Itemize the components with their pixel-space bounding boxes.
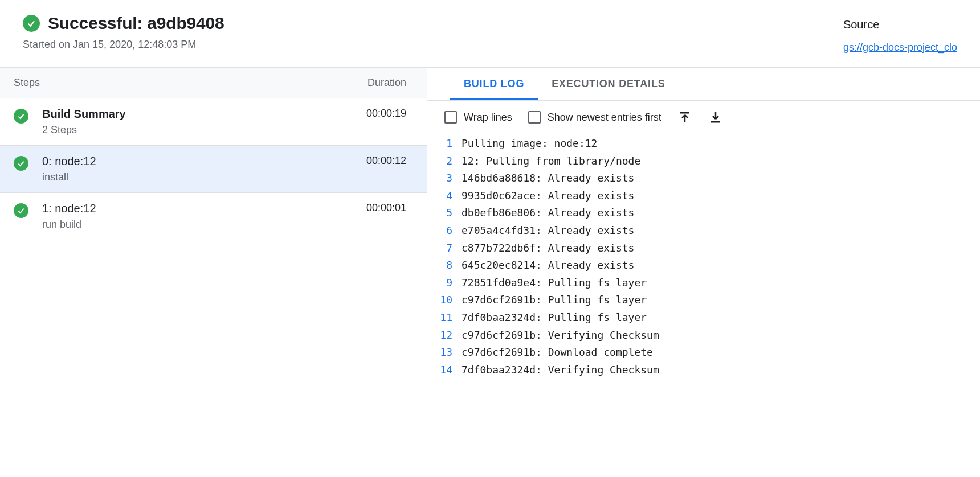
log-line-text: 72851fd0a9e4: Pulling fs layer (462, 274, 647, 292)
log-line: 12c97d6cf2691b: Verifying Checksum (439, 327, 969, 344)
log-line: 3146bd6a88618: Already exists (439, 170, 969, 187)
title-row: Successful: a9db9408 (23, 14, 224, 33)
step-row-1[interactable]: 1: node:12 run build 00:00:01 (0, 193, 427, 240)
log-line-number: 10 (439, 291, 462, 309)
log-line-text: c877b722db6f: Already exists (462, 240, 634, 257)
log-line: 49935d0c62ace: Already exists (439, 187, 969, 205)
log-line-number: 8 (439, 257, 462, 274)
wrap-lines-control[interactable]: Wrap lines (444, 111, 512, 124)
log-panel: BUILD LOG EXECUTION DETAILS Wrap lines S… (427, 68, 980, 384)
log-line: 10c97d6cf2691b: Pulling fs layer (439, 291, 969, 309)
step-duration: 00:00:12 (366, 155, 406, 167)
success-icon (14, 203, 28, 218)
log-line-text: Pulling image: node:12 (462, 135, 597, 153)
summary-duration: 00:00:19 (366, 108, 406, 120)
step-title: 0: node:12 (42, 155, 355, 168)
success-icon (14, 109, 28, 124)
log-line-text: 7df0baa2324d: Pulling fs layer (462, 309, 647, 327)
log-line-text: c97d6cf2691b: Pulling fs layer (462, 291, 647, 309)
log-line-text: db0efb86e806: Already exists (462, 204, 634, 222)
wrap-lines-label: Wrap lines (464, 112, 512, 124)
step-title: 1: node:12 (42, 202, 355, 215)
header-left: Successful: a9db9408 Started on Jan 15, … (23, 14, 224, 51)
build-summary-row[interactable]: Build Summary 2 Steps 00:00:19 (0, 98, 427, 146)
log-line: 117df0baa2324d: Pulling fs layer (439, 309, 969, 327)
log-line: 13c97d6cf2691b: Download complete (439, 344, 969, 361)
duration-col-label: Duration (368, 77, 406, 89)
summary-sub: 2 Steps (42, 124, 355, 136)
wrap-lines-checkbox[interactable] (444, 111, 457, 124)
log-line-number: 14 (439, 361, 462, 379)
log-output[interactable]: 1Pulling image: node:12212: Pulling from… (427, 134, 980, 384)
log-line: 972851fd0a9e4: Pulling fs layer (439, 274, 969, 292)
log-line: 147df0baa2324d: Verifying Checksum (439, 361, 969, 379)
log-line-text: c97d6cf2691b: Download complete (462, 344, 653, 361)
log-line-number: 12 (439, 327, 462, 344)
success-icon (14, 156, 28, 171)
log-line-number: 2 (439, 153, 462, 170)
log-line-number: 6 (439, 222, 462, 240)
log-line-number: 11 (439, 309, 462, 327)
log-line: 1Pulling image: node:12 (439, 135, 969, 153)
summary-title: Build Summary (42, 108, 355, 121)
log-line-text: 9935d0c62ace: Already exists (462, 187, 634, 205)
log-line-number: 3 (439, 170, 462, 187)
log-line-number: 9 (439, 274, 462, 292)
step-sub: run build (42, 219, 355, 231)
log-line-text: 645c20ec8214: Already exists (462, 257, 634, 274)
source-link[interactable]: gs://gcb-docs-project_clo (843, 42, 957, 54)
main-split: Steps Duration Build Summary 2 Steps 00:… (0, 67, 980, 384)
steps-col-label: Steps (14, 77, 40, 89)
step-sub: install (42, 171, 355, 183)
log-toolbar: Wrap lines Show newest entries first (427, 101, 980, 134)
newest-first-checkbox[interactable] (528, 111, 541, 124)
svg-rect-1 (711, 121, 720, 123)
log-line: 7c877b722db6f: Already exists (439, 240, 969, 257)
log-line-text: c97d6cf2691b: Verifying Checksum (462, 327, 659, 344)
log-line-text: 12: Pulling from library/node (462, 153, 640, 170)
steps-panel: Steps Duration Build Summary 2 Steps 00:… (0, 68, 427, 384)
build-header: Successful: a9db9408 Started on Jan 15, … (0, 0, 980, 67)
log-line: 212: Pulling from library/node (439, 153, 969, 170)
success-status-icon (23, 15, 40, 32)
log-line-number: 7 (439, 240, 462, 257)
source-section: Source gs://gcb-docs-project_clo (843, 14, 957, 54)
step-duration: 00:00:01 (366, 202, 406, 214)
log-line-number: 1 (439, 135, 462, 153)
started-timestamp: Started on Jan 15, 2020, 12:48:03 PM (23, 39, 224, 51)
newest-first-control[interactable]: Show newest entries first (528, 111, 662, 124)
steps-table-header: Steps Duration (0, 68, 427, 98)
step-row-0[interactable]: 0: node:12 install 00:00:12 (0, 146, 427, 193)
log-line-number: 13 (439, 344, 462, 361)
log-line: 5db0efb86e806: Already exists (439, 204, 969, 222)
newest-first-label: Show newest entries first (548, 112, 662, 124)
log-line-text: 146bd6a88618: Already exists (462, 170, 634, 187)
tab-execution-details[interactable]: EXECUTION DETAILS (538, 68, 679, 100)
log-line-text: 7df0baa2324d: Verifying Checksum (462, 361, 659, 379)
tab-build-log[interactable]: BUILD LOG (450, 68, 538, 100)
source-label: Source (843, 18, 957, 31)
svg-rect-0 (680, 112, 689, 114)
log-line: 8645c20ec8214: Already exists (439, 257, 969, 274)
build-title: Successful: a9db9408 (48, 14, 224, 33)
log-tabs: BUILD LOG EXECUTION DETAILS (427, 68, 980, 101)
scroll-to-top-icon[interactable] (677, 110, 692, 125)
log-line: 6e705a4c4fd31: Already exists (439, 222, 969, 240)
log-line-number: 4 (439, 187, 462, 205)
log-line-number: 5 (439, 204, 462, 222)
download-icon[interactable] (708, 110, 723, 125)
log-line-text: e705a4c4fd31: Already exists (462, 222, 634, 240)
